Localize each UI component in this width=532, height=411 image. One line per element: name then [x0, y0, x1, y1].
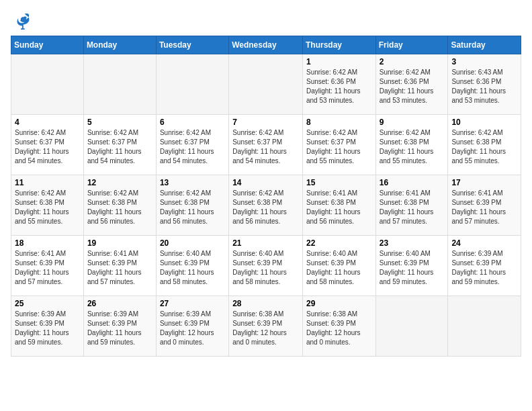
logo	[11, 11, 31, 30]
calendar-week-row: 1Sunrise: 6:42 AM Sunset: 6:36 PM Daylig…	[11, 54, 521, 114]
calendar-week-row: 18Sunrise: 6:41 AM Sunset: 6:39 PM Dayli…	[11, 235, 521, 295]
day-number: 10	[451, 118, 517, 127]
weekday-header-monday: Monday	[83, 36, 156, 54]
day-info: Sunrise: 6:42 AM Sunset: 6:37 PM Dayligh…	[306, 128, 372, 166]
day-info: Sunrise: 6:40 AM Sunset: 6:39 PM Dayligh…	[160, 249, 225, 287]
calendar-cell: 6Sunrise: 6:42 AM Sunset: 6:37 PM Daylig…	[156, 114, 228, 175]
day-number: 29	[306, 299, 372, 308]
calendar-cell: 7Sunrise: 6:42 AM Sunset: 6:37 PM Daylig…	[229, 114, 303, 175]
day-info: Sunrise: 6:43 AM Sunset: 6:36 PM Dayligh…	[451, 68, 517, 105]
day-number: 8	[306, 118, 372, 127]
calendar-cell: 26Sunrise: 6:39 AM Sunset: 6:39 PM Dayli…	[83, 295, 156, 356]
calendar-cell	[83, 54, 156, 114]
day-info: Sunrise: 6:41 AM Sunset: 6:39 PM Dayligh…	[87, 249, 152, 287]
day-info: Sunrise: 6:42 AM Sunset: 6:38 PM Dayligh…	[15, 189, 80, 226]
weekday-header-tuesday: Tuesday	[156, 36, 228, 54]
calendar-cell	[229, 54, 303, 114]
day-number: 1	[306, 57, 372, 66]
day-number: 18	[15, 238, 80, 248]
calendar-week-row: 25Sunrise: 6:39 AM Sunset: 6:39 PM Dayli…	[11, 295, 521, 356]
day-number: 11	[15, 178, 80, 187]
weekday-header-saturday: Saturday	[448, 36, 521, 54]
day-number: 24	[451, 238, 517, 248]
calendar-table: SundayMondayTuesdayWednesdayThursdayFrid…	[11, 36, 521, 357]
calendar-cell	[11, 54, 84, 114]
day-info: Sunrise: 6:42 AM Sunset: 6:37 PM Dayligh…	[15, 128, 80, 166]
day-info: Sunrise: 6:40 AM Sunset: 6:39 PM Dayligh…	[380, 249, 445, 287]
day-number: 5	[87, 118, 152, 127]
calendar-cell: 28Sunrise: 6:38 AM Sunset: 6:39 PM Dayli…	[229, 295, 303, 356]
weekday-header-row: SundayMondayTuesdayWednesdayThursdayFrid…	[11, 36, 521, 54]
logo-bird-icon	[12, 11, 31, 30]
weekday-header-wednesday: Wednesday	[229, 36, 303, 54]
calendar-cell: 12Sunrise: 6:42 AM Sunset: 6:38 PM Dayli…	[83, 175, 156, 235]
calendar-cell: 5Sunrise: 6:42 AM Sunset: 6:37 PM Daylig…	[83, 114, 156, 175]
calendar-cell: 19Sunrise: 6:41 AM Sunset: 6:39 PM Dayli…	[83, 235, 156, 295]
day-info: Sunrise: 6:40 AM Sunset: 6:39 PM Dayligh…	[232, 249, 299, 287]
calendar-cell: 18Sunrise: 6:41 AM Sunset: 6:39 PM Dayli…	[11, 235, 84, 295]
day-number: 19	[87, 238, 152, 248]
day-info: Sunrise: 6:39 AM Sunset: 6:39 PM Dayligh…	[87, 310, 152, 347]
calendar-cell: 27Sunrise: 6:39 AM Sunset: 6:39 PM Dayli…	[156, 295, 228, 356]
day-number: 7	[232, 118, 299, 127]
day-number: 2	[380, 57, 445, 66]
day-info: Sunrise: 6:42 AM Sunset: 6:36 PM Dayligh…	[306, 68, 372, 105]
day-number: 25	[15, 299, 80, 308]
day-info: Sunrise: 6:42 AM Sunset: 6:37 PM Dayligh…	[160, 128, 225, 166]
day-info: Sunrise: 6:42 AM Sunset: 6:38 PM Dayligh…	[160, 189, 225, 226]
calendar-cell: 20Sunrise: 6:40 AM Sunset: 6:39 PM Dayli…	[156, 235, 228, 295]
day-number: 6	[160, 118, 225, 127]
calendar-cell: 17Sunrise: 6:41 AM Sunset: 6:39 PM Dayli…	[448, 175, 521, 235]
day-info: Sunrise: 6:41 AM Sunset: 6:39 PM Dayligh…	[15, 249, 80, 287]
day-info: Sunrise: 6:38 AM Sunset: 6:39 PM Dayligh…	[306, 310, 372, 347]
calendar-cell: 16Sunrise: 6:41 AM Sunset: 6:38 PM Dayli…	[375, 175, 448, 235]
day-number: 20	[160, 238, 225, 248]
calendar-cell: 3Sunrise: 6:43 AM Sunset: 6:36 PM Daylig…	[448, 54, 521, 114]
calendar-cell	[448, 295, 521, 356]
logo-text	[11, 11, 31, 33]
calendar-cell: 11Sunrise: 6:42 AM Sunset: 6:38 PM Dayli…	[11, 175, 84, 235]
calendar-cell: 21Sunrise: 6:40 AM Sunset: 6:39 PM Dayli…	[229, 235, 303, 295]
calendar-cell	[156, 54, 228, 114]
day-number: 15	[306, 178, 372, 187]
calendar-cell: 13Sunrise: 6:42 AM Sunset: 6:38 PM Dayli…	[156, 175, 228, 235]
day-info: Sunrise: 6:42 AM Sunset: 6:38 PM Dayligh…	[451, 128, 517, 166]
calendar-week-row: 4Sunrise: 6:42 AM Sunset: 6:37 PM Daylig…	[11, 114, 521, 175]
day-number: 12	[87, 178, 152, 187]
day-info: Sunrise: 6:40 AM Sunset: 6:39 PM Dayligh…	[306, 249, 372, 287]
day-info: Sunrise: 6:39 AM Sunset: 6:39 PM Dayligh…	[15, 310, 80, 347]
calendar-cell: 23Sunrise: 6:40 AM Sunset: 6:39 PM Dayli…	[375, 235, 448, 295]
day-number: 26	[87, 299, 152, 308]
day-info: Sunrise: 6:41 AM Sunset: 6:38 PM Dayligh…	[306, 189, 372, 226]
day-number: 16	[380, 178, 445, 187]
calendar-cell: 2Sunrise: 6:42 AM Sunset: 6:36 PM Daylig…	[375, 54, 448, 114]
calendar-cell: 1Sunrise: 6:42 AM Sunset: 6:36 PM Daylig…	[302, 54, 375, 114]
day-info: Sunrise: 6:42 AM Sunset: 6:38 PM Dayligh…	[380, 128, 445, 166]
calendar-week-row: 11Sunrise: 6:42 AM Sunset: 6:38 PM Dayli…	[11, 175, 521, 235]
day-number: 3	[451, 57, 517, 66]
day-info: Sunrise: 6:42 AM Sunset: 6:37 PM Dayligh…	[87, 128, 152, 166]
day-number: 27	[160, 299, 225, 308]
page-header	[11, 11, 521, 30]
calendar-cell: 4Sunrise: 6:42 AM Sunset: 6:37 PM Daylig…	[11, 114, 84, 175]
calendar-cell: 9Sunrise: 6:42 AM Sunset: 6:38 PM Daylig…	[375, 114, 448, 175]
calendar-cell	[375, 295, 448, 356]
day-number: 4	[15, 118, 80, 127]
calendar-cell: 25Sunrise: 6:39 AM Sunset: 6:39 PM Dayli…	[11, 295, 84, 356]
day-info: Sunrise: 6:42 AM Sunset: 6:38 PM Dayligh…	[232, 189, 299, 226]
day-info: Sunrise: 6:42 AM Sunset: 6:38 PM Dayligh…	[87, 189, 152, 226]
day-info: Sunrise: 6:38 AM Sunset: 6:39 PM Dayligh…	[232, 310, 299, 347]
day-number: 28	[232, 299, 299, 308]
day-number: 23	[380, 238, 445, 248]
day-number: 21	[232, 238, 299, 248]
calendar-cell: 15Sunrise: 6:41 AM Sunset: 6:38 PM Dayli…	[302, 175, 375, 235]
day-number: 13	[160, 178, 225, 187]
calendar-cell: 8Sunrise: 6:42 AM Sunset: 6:37 PM Daylig…	[302, 114, 375, 175]
calendar-cell: 29Sunrise: 6:38 AM Sunset: 6:39 PM Dayli…	[302, 295, 375, 356]
day-number: 22	[306, 238, 372, 248]
day-info: Sunrise: 6:39 AM Sunset: 6:39 PM Dayligh…	[160, 310, 225, 347]
weekday-header-sunday: Sunday	[11, 36, 84, 54]
day-info: Sunrise: 6:41 AM Sunset: 6:39 PM Dayligh…	[451, 189, 517, 226]
weekday-header-thursday: Thursday	[302, 36, 375, 54]
calendar-cell: 14Sunrise: 6:42 AM Sunset: 6:38 PM Dayli…	[229, 175, 303, 235]
